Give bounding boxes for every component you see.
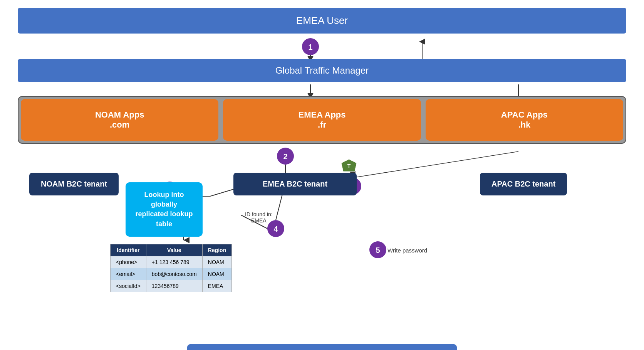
id-found-text: ID found in:EMEA [245, 211, 273, 224]
lookup-label: Lookup into globally replicated lookup t… [135, 191, 193, 228]
apac-tenant-box: APAC B2C tenant [480, 173, 567, 195]
id-found-label: ID found in:EMEA [245, 211, 273, 224]
table-header-identifier: Identifier [111, 244, 146, 256]
emea-tenant-label: EMEA B2C tenant [263, 180, 327, 188]
svg-marker-24 [341, 159, 357, 172]
apac-apps-box: APAC Apps .hk [426, 99, 623, 141]
svg-text:2: 2 [283, 152, 287, 161]
table-row: <phone> +1 123 456 789 NOAM [111, 256, 232, 268]
table-cell: <phone> [111, 256, 146, 268]
noam-tenant-label: NOAM B2C tenant [41, 180, 107, 188]
noam-apps-box: NOAM Apps .com [21, 99, 218, 141]
lookup-table: Identifier Value Region <phone> +1 123 4… [110, 244, 232, 292]
emea-tenant-box: EMEA B2C tenant [233, 173, 357, 195]
emea-apps-box: EMEA Apps .fr [223, 99, 421, 141]
svg-text:T: T [347, 163, 351, 169]
noam-apps-line2: .com [110, 120, 129, 130]
noam-apps-line1: NOAM Apps [95, 110, 144, 119]
table-cell: bob@contoso.com [146, 268, 202, 280]
table-cell: EMEA [202, 280, 231, 292]
svg-point-18 [369, 241, 386, 258]
write-password-label: Write password [387, 247, 427, 254]
table-cell: 123456789 [146, 280, 202, 292]
svg-text:1: 1 [308, 43, 312, 51]
geo-bar: Geo distributed lookup table/CRM [187, 344, 457, 350]
table-cell: +1 123 456 789 [146, 256, 202, 268]
gtm-bar: Global Traffic Manager [18, 59, 626, 82]
table-cell: <email> [111, 268, 146, 280]
emea-user-label: EMEA User [296, 15, 348, 26]
noam-tenant-box: NOAM B2C tenant [29, 173, 119, 195]
table-header-region: Region [202, 244, 231, 256]
table-cell: NOAM [202, 256, 231, 268]
svg-text:5: 5 [376, 246, 380, 254]
apac-tenant-label: APAC B2C tenant [491, 180, 555, 188]
apac-apps-line2: .hk [518, 120, 530, 130]
emea-apps-line2: .fr [318, 120, 326, 130]
svg-point-6 [277, 148, 294, 165]
table-cell: <socialId> [111, 280, 146, 292]
write-password-text: Write password [387, 247, 427, 254]
emea-user-bar: EMEA User [18, 8, 626, 34]
table-cell: NOAM [202, 268, 231, 280]
table-header-value: Value [146, 244, 202, 256]
main-flow-area: 2 3 4 5 6 [18, 151, 626, 337]
gtm-label: Global Traffic Manager [275, 65, 369, 76]
svg-text:4: 4 [273, 225, 278, 233]
connector-arrows-2 [18, 84, 626, 96]
apps-row: NOAM Apps .com EMEA Apps .fr APAC Apps .… [18, 96, 626, 144]
table-row: <email> bob@contoso.com NOAM [111, 268, 232, 280]
apac-apps-line1: APAC Apps [501, 110, 548, 119]
lookup-box: Lookup into globally replicated lookup t… [126, 182, 203, 237]
table-row: <socialId> 123456789 EMEA [111, 280, 232, 292]
connector-arrows-1: 1 [18, 36, 626, 59]
emea-apps-line1: EMEA Apps [298, 110, 345, 119]
